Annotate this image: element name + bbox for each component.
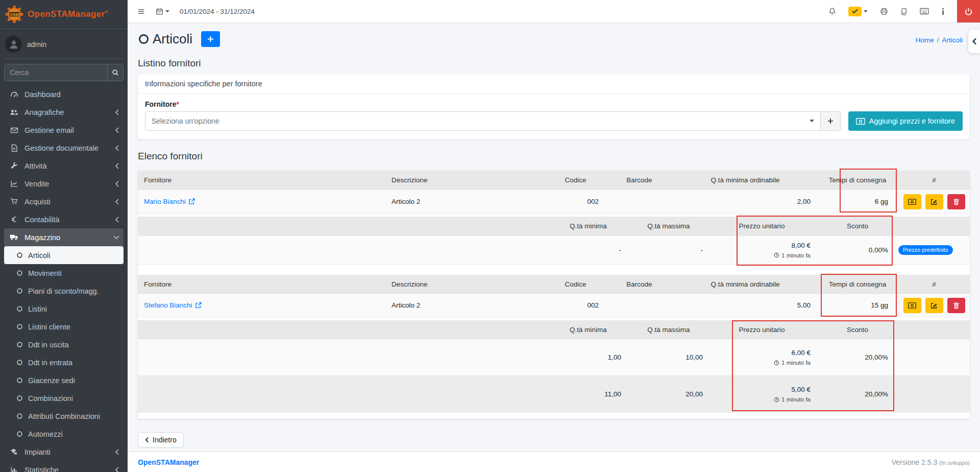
logout-button[interactable] [957,0,980,22]
chevron-left-icon [115,199,119,205]
chart-bar-icon [8,466,20,472]
supplier-link[interactable]: Stefano Bianchi [144,301,202,309]
manual-button[interactable] [900,8,908,15]
trash-icon [953,198,960,205]
sidebar-subitem-ddt-in-entrata[interactable]: Ddt in entrata [4,353,124,371]
col-header-sconto: Sconto [817,222,898,230]
circle-icon [16,251,23,259]
caret-down-icon [864,10,868,13]
sidebar-subitem-combinazioni[interactable]: Combinazioni [4,389,124,407]
shortcuts-button[interactable] [920,8,929,15]
add-fornitore-button[interactable] [821,111,841,131]
sidebar-item-contabilita[interactable]: Contabilità [4,210,124,228]
circle-icon [16,287,23,295]
keyboard-icon [920,8,929,15]
chevron-left-icon [115,449,119,455]
breadcrumb-current-link[interactable]: Articoli [942,36,963,44]
delete-button[interactable] [947,194,965,209]
sidebar-nav: Dashboard Anagrafiche Gestione email Ges… [0,83,128,472]
fornitore-select[interactable]: Seleziona un'opzione [145,111,821,131]
sidebar-subitem-attributi-combinazioni[interactable]: Attributi Combinazioni [4,407,124,425]
col-header-fornitore: Fornitore [138,176,385,184]
circle-icon [16,376,23,384]
fornitore-label: Fornitore* [145,100,963,108]
cell-qta-massima: 20,00 [630,390,707,398]
print-button[interactable] [880,8,888,15]
external-link-icon [188,198,195,205]
cell-tempi-di-consegna: 15 gg [817,301,898,309]
search-button[interactable] [107,64,123,81]
delete-button[interactable] [947,298,965,313]
chevron-left-icon [115,145,119,151]
updated-time: 1 minuto fa [774,360,811,366]
chevron-left-icon [115,181,119,187]
sidebar-subitem-listini-cliente[interactable]: Listini cliente [4,318,124,336]
menu-toggle-button[interactable] [137,8,145,15]
search-input[interactable] [5,64,107,81]
sidebar-item-attivita[interactable]: Attività [4,157,124,175]
cell-prezzo-unitario: 6,00 € 1 minuto fa [707,349,817,366]
info-button[interactable] [941,8,945,15]
hamburger-icon [137,8,145,15]
sidebar-subitem-automezzi[interactable]: Automezzi [4,425,124,443]
clock-icon [774,360,779,366]
navbar-right [828,0,980,22]
printer-icon [880,8,888,15]
supplier-link[interactable]: Mario Bianchi [144,198,195,205]
users-icon [8,108,20,116]
prices-button[interactable] [903,194,921,209]
aggiungi-prezzi-fornitore-button[interactable]: Aggiungi prezzi e fornitore [848,111,963,131]
back-button[interactable]: Indietro [138,432,184,447]
sidebar-item-impianti[interactable]: Impianti [4,443,124,461]
cart-icon [8,198,20,205]
circle-icon [16,394,23,402]
sidebar-subitem-giacenze-sedi[interactable]: Giacenze sedi [4,371,124,389]
book-icon [900,8,908,15]
sidebar-item-acquisti[interactable]: Acquisti [4,193,124,210]
default-price-badge: Prezzo predefinito [898,245,953,255]
sidebar-item-dashboard[interactable]: Dashboard [4,85,124,103]
cell-qta-minima: 1,00 [546,353,630,361]
calendar-dropdown-button[interactable] [156,8,169,15]
sidebar-subitem-movimenti[interactable]: Movimenti [4,264,124,282]
sidebar-item-statistiche[interactable]: Statistiche [4,461,124,472]
cell-qta-massima: - [630,246,707,254]
date-range[interactable]: 01/01/2024 - 31/12/2024 [180,8,255,15]
notifications-button[interactable] [828,7,836,15]
todo-check-icon [848,7,862,16]
col-header-barcode: Barcode [605,176,674,184]
breadcrumb-home-link[interactable]: Home [916,36,934,44]
sidebar-item-vendite[interactable]: Vendite [4,175,124,193]
row-actions [898,298,970,313]
cell-codice: 002 [546,198,605,205]
chevron-left-icon [115,163,119,169]
sidebar-subitem-listini[interactable]: Listini [4,300,124,318]
footer-brand-link[interactable]: OpenSTAManager [138,458,199,466]
prices-button[interactable] [903,298,921,313]
cell-codice: 002 [546,301,605,309]
edit-button[interactable] [925,194,943,209]
brand[interactable]: OSM OpenSTAManager® [0,0,128,29]
edit-button[interactable] [925,298,943,313]
cell-qta-minima: 11,00 [546,390,630,398]
price-row: - - 8,00 € 1 minuto fa 0,00% Prezzo pred… [138,235,970,265]
col-header-descrizione: Descrizione [385,176,546,184]
spacer [138,265,970,275]
chart-line-icon [8,180,20,187]
elenco-fornitori-heading: Elenco fornitori [138,151,970,162]
sidebar-item-anagrafiche[interactable]: Anagrafiche [4,103,124,121]
sidebar-subitem-articoli[interactable]: Articoli [4,246,124,264]
sidebar-item-gestione-documentale[interactable]: Gestione documentale [4,139,124,157]
circle-icon [16,412,23,420]
breadcrumb: Home/Articoli [916,31,970,44]
add-article-button[interactable] [201,31,220,47]
control-sidebar-toggle[interactable] [968,30,980,53]
caret-down-icon [165,10,169,13]
sidebar-subitem-piani-di-sconto[interactable]: Piani di sconto/magg. [4,282,124,300]
sidebar-item-magazzino[interactable]: Magazzino [4,228,124,246]
todo-dropdown-button[interactable] [848,7,868,16]
cell-qta-minima-ordinabile: 2,00 [674,198,817,205]
sidebar-item-gestione-email[interactable]: Gestione email [4,121,124,139]
main-area: 01/01/2024 - 31/12/2024 [128,0,980,472]
sidebar-subitem-ddt-in-uscita[interactable]: Ddt in uscita [4,336,124,353]
